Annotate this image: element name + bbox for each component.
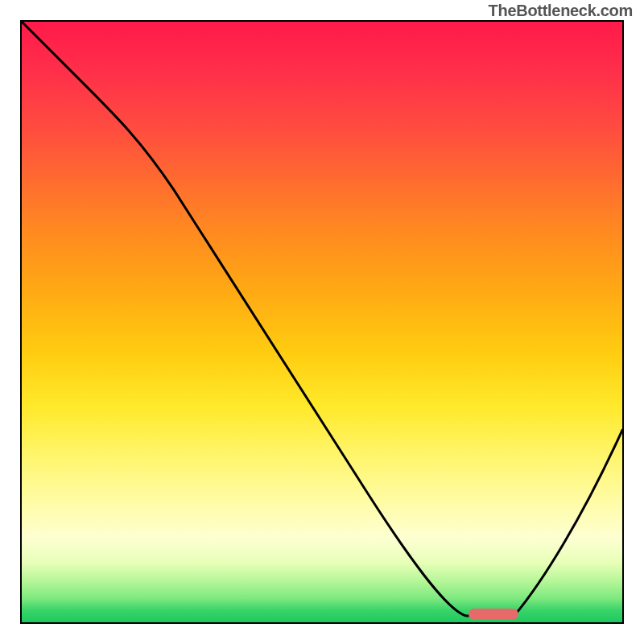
attribution-text: TheBottleneck.com — [489, 2, 633, 20]
curve-path — [22, 22, 622, 616]
optimal-marker — [469, 609, 518, 620]
bottleneck-curve — [22, 22, 622, 622]
chart-container — [20, 20, 624, 624]
